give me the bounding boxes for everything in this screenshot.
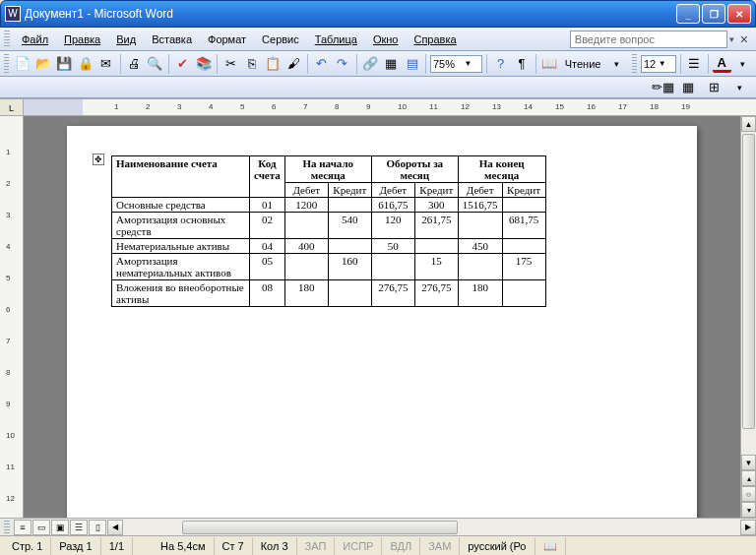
cell-sc[interactable]: 540 — [328, 213, 371, 239]
outline-view-button[interactable]: ☰ — [70, 520, 88, 535]
show-gridlines-button[interactable]: ⊞ — [703, 77, 724, 98]
browse-next-button[interactable]: ▾ — [741, 502, 756, 518]
reading-layout-icon[interactable]: 📖 — [539, 53, 558, 75]
cell-ed[interactable] — [458, 213, 502, 239]
font-color-button[interactable]: A — [713, 54, 731, 73]
show-paragraph-button[interactable]: ¶ — [512, 53, 531, 75]
cell-ec[interactable] — [502, 239, 545, 254]
cell-sd[interactable]: 180 — [284, 280, 328, 307]
vertical-ruler[interactable]: 123456789101112 — [0, 116, 24, 518]
print-preview-button[interactable]: 🔍 — [146, 53, 164, 75]
insert-table-button-2[interactable]: ▦ — [677, 77, 699, 98]
hscroll-track[interactable] — [123, 520, 740, 535]
table-row[interactable]: Вложения во внеоборотные активы08180276,… — [112, 280, 546, 307]
mail-button[interactable]: ✉ — [96, 53, 115, 75]
toolbar-grip[interactable] — [4, 54, 9, 74]
cell-ec[interactable] — [502, 280, 545, 307]
cell-ec[interactable]: 681,75 — [502, 213, 545, 239]
viewbar-grip[interactable] — [4, 521, 10, 534]
normal-view-button[interactable]: ≡ — [14, 520, 32, 535]
reading-label[interactable]: Чтение — [561, 58, 605, 70]
status-rec[interactable]: ЗАП — [297, 537, 336, 555]
ask-question-input[interactable] — [570, 31, 727, 48]
close-button[interactable]: ✕ — [727, 4, 751, 24]
cell-code[interactable]: 04 — [250, 239, 285, 254]
hscroll-thumb[interactable] — [182, 521, 458, 534]
table-row[interactable]: Амортизация основных средств02540120261,… — [112, 213, 546, 239]
format-toolbar-grip[interactable] — [632, 54, 637, 74]
scroll-down-button[interactable]: ▼ — [741, 455, 756, 470]
hscroll-right-button[interactable]: ▶ — [740, 520, 756, 535]
toolbar-options-button[interactable]: ▾ — [606, 53, 625, 75]
cell-ed[interactable]: 180 — [458, 280, 502, 307]
status-spellcheck-icon[interactable]: 📖 — [536, 537, 566, 555]
cell-sc[interactable] — [328, 198, 371, 213]
menu-format[interactable]: Формат — [200, 31, 254, 48]
scroll-up-button[interactable]: ▲ — [741, 116, 756, 132]
hyperlink-button[interactable]: 🔗 — [360, 53, 379, 75]
format-toolbar-options[interactable]: ▾ — [733, 53, 752, 75]
horizontal-ruler[interactable]: L 12345678910111213141516171819 — [0, 98, 756, 116]
cell-name[interactable]: Основные средства — [112, 198, 250, 213]
select-browse-object-button[interactable]: ○ — [741, 486, 756, 502]
cell-sc[interactable]: 160 — [328, 254, 371, 280]
cell-td[interactable]: 120 — [371, 213, 414, 239]
document-page[interactable]: ✥ Наименование счетаКод счетаНа начало м… — [67, 126, 697, 518]
menu-insert[interactable]: Вставка — [144, 31, 200, 48]
cell-ec[interactable] — [502, 198, 545, 213]
cell-td[interactable]: 276,75 — [371, 280, 414, 307]
new-doc-button[interactable]: 📄 — [13, 53, 32, 75]
cell-name[interactable]: Амортизация основных средств — [112, 213, 250, 239]
cell-sd[interactable] — [284, 254, 328, 280]
cell-code[interactable]: 01 — [250, 198, 285, 213]
cell-ec[interactable]: 175 — [502, 254, 545, 280]
print-button[interactable]: 🖨 — [124, 53, 143, 75]
cell-sd[interactable] — [284, 213, 328, 239]
undo-button[interactable]: ↶ — [312, 53, 331, 75]
cell-td[interactable] — [371, 254, 414, 280]
cell-name[interactable]: Амортизация нематериальных активов — [112, 254, 250, 280]
spelling-button[interactable]: ✔ — [173, 53, 192, 75]
cell-tc[interactable]: 276,75 — [414, 280, 458, 307]
cell-ed[interactable]: 450 — [458, 239, 502, 254]
menubar-close-icon[interactable]: × — [736, 31, 752, 47]
cell-sd[interactable]: 1200 — [284, 198, 328, 213]
cell-code[interactable]: 08 — [250, 280, 285, 307]
cell-name[interactable]: Нематериальные активы — [112, 239, 250, 254]
menu-file[interactable]: Файл — [14, 31, 56, 48]
ruler-corner[interactable]: L — [0, 99, 24, 115]
zoom-combo[interactable]: 75%▼ — [430, 55, 482, 73]
open-button[interactable]: 📂 — [34, 53, 53, 75]
vscroll-track[interactable] — [741, 132, 756, 455]
cell-tc[interactable] — [414, 239, 458, 254]
cell-tc[interactable]: 15 — [414, 254, 458, 280]
browse-prev-button[interactable]: ▴ — [741, 470, 756, 486]
help-button[interactable]: ? — [491, 53, 510, 75]
cell-code[interactable]: 02 — [250, 213, 285, 239]
status-ext[interactable]: ВДЛ — [382, 537, 420, 555]
menu-table[interactable]: Таблица — [307, 31, 365, 48]
redo-button[interactable]: ↷ — [333, 53, 351, 75]
copy-button[interactable]: ⎘ — [242, 53, 261, 75]
cell-sc[interactable] — [328, 239, 371, 254]
format-painter-button[interactable]: 🖌 — [284, 53, 303, 75]
cut-button[interactable]: ✂ — [221, 53, 240, 75]
print-layout-button[interactable]: ▣ — [51, 520, 69, 535]
vscroll-thumb[interactable] — [742, 134, 755, 429]
status-trk[interactable]: ИСПР — [335, 537, 382, 555]
menu-view[interactable]: Вид — [108, 31, 144, 48]
research-button[interactable]: 📚 — [194, 53, 213, 75]
menubar-grip[interactable] — [4, 31, 10, 48]
accounts-table[interactable]: Наименование счетаКод счетаНа начало мес… — [111, 155, 546, 307]
cell-td[interactable]: 50 — [371, 239, 414, 254]
menu-edit[interactable]: Правка — [56, 31, 108, 48]
save-button[interactable]: 💾 — [55, 53, 74, 75]
cell-name[interactable]: Вложения во внеоборотные активы — [112, 280, 250, 307]
status-ovr[interactable]: ЗАМ — [420, 537, 460, 555]
table-row[interactable]: Амортизация нематериальных активов051601… — [112, 254, 546, 280]
insert-table-button[interactable]: ▤ — [403, 53, 421, 75]
cell-ed[interactable] — [458, 254, 502, 280]
cell-td[interactable]: 616,75 — [371, 198, 414, 213]
reading-view-button[interactable]: ▯ — [89, 520, 106, 535]
font-size-combo[interactable]: 12▼ — [641, 55, 676, 73]
